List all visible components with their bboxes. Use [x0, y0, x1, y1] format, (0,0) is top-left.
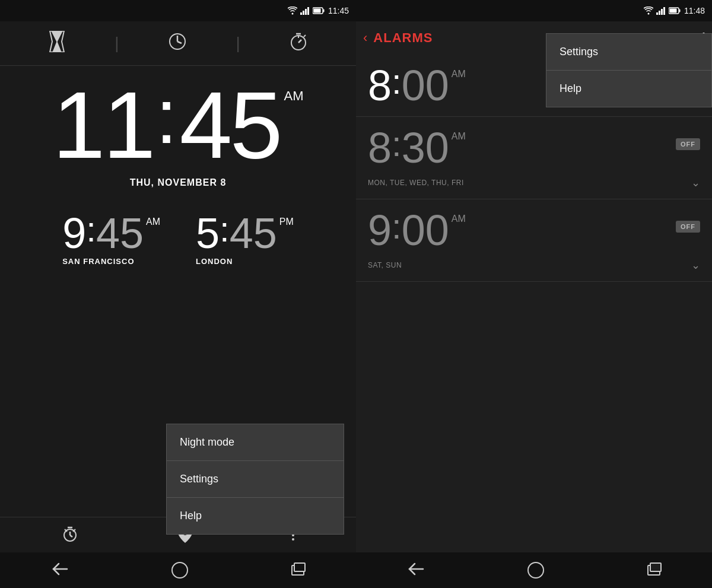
world-time-london: 5 : 45 PM — [196, 212, 294, 255]
battery-icon-left — [313, 7, 325, 14]
menu-item-help-right[interactable]: Help — [546, 71, 711, 107]
status-bar-left: 11:45 — [0, 0, 356, 21]
alarm-item-2[interactable]: 8 : 30 AM OFF MON, TUE, WED, THU, FRI ⌄ — [356, 117, 712, 199]
stopwatch-svg — [290, 32, 307, 51]
expand-arrow-3[interactable]: ⌄ — [691, 259, 700, 272]
world-colon-sf: : — [86, 212, 96, 247]
world-city-london: LONDON — [196, 257, 233, 266]
alarm-min-3: 00 — [402, 209, 449, 252]
world-colon-london: : — [220, 212, 230, 247]
svg-rect-28 — [656, 12, 658, 15]
alarm-days-row-2: MON, TUE, WED, THU, FRI ⌄ — [368, 173, 700, 189]
svg-line-18 — [298, 40, 301, 43]
status-bar-right: 11:48 — [356, 0, 712, 21]
world-clocks: 9 : 45 AM SAN FRANCISCO 5 : 45 PM LONDON — [39, 212, 317, 266]
world-ampm-london: PM — [279, 217, 294, 227]
alarm-colon-1: : — [392, 64, 402, 100]
main-ampm: AM — [284, 88, 304, 104]
svg-rect-31 — [663, 7, 665, 15]
status-time-right: 11:48 — [684, 6, 705, 15]
alarm-toggle-3[interactable]: OFF — [676, 221, 700, 233]
svg-rect-33 — [679, 9, 680, 12]
menu-item-night-mode[interactable]: Night mode — [167, 424, 344, 461]
svg-line-22 — [70, 535, 72, 537]
top-nav-left: | | — [0, 21, 356, 66]
world-hour-sf: 9 — [62, 212, 86, 255]
alarm-days-2: MON, TUE, WED, THU, FRI — [368, 179, 464, 187]
alarm-min-2: 30 — [402, 126, 449, 169]
world-time-sf: 9 : 45 AM — [62, 212, 160, 255]
svg-marker-11 — [53, 43, 61, 52]
nav-bar-left — [0, 552, 356, 588]
menu-item-help-left[interactable]: Help — [167, 498, 344, 534]
alarm-hour-3: 9 — [368, 209, 392, 252]
back-arrow-svg — [52, 562, 68, 576]
alarm-ampm-1: AM — [452, 69, 466, 80]
alarm-days-row-3: SAT, SUN ⌄ — [368, 255, 700, 272]
menu-item-settings-left[interactable]: Settings — [167, 461, 344, 498]
alarm-time-display-2: 8 : 30 AM — [368, 126, 466, 169]
main-time-display: 11 : 45 AM — [52, 78, 303, 173]
right-panel: 11:48 ‹ ALARMS + 8 : 00 AM — [356, 0, 712, 588]
home-nav-btn-right[interactable] — [527, 562, 544, 579]
signal-icon-right — [656, 7, 666, 15]
svg-rect-30 — [661, 9, 663, 15]
back-nav-btn-left[interactable] — [52, 562, 68, 578]
wifi-icon-left — [288, 7, 297, 15]
recents-nav-btn-left[interactable] — [291, 565, 304, 576]
alarm-min-1: 00 — [402, 64, 449, 107]
alarm-hour-2: 8 — [368, 126, 392, 169]
svg-line-19 — [304, 35, 306, 37]
back-arrow-btn[interactable]: ‹ — [363, 30, 367, 46]
svg-marker-10 — [52, 31, 62, 41]
context-menu-left: Night mode Settings Help — [166, 424, 344, 535]
menu-item-settings-right[interactable]: Settings — [546, 34, 711, 71]
alarm-svg — [62, 526, 78, 542]
alarm-item-3[interactable]: 9 : 00 AM OFF SAT, SUN ⌄ — [356, 199, 712, 282]
main-hours: 11 — [52, 78, 153, 173]
world-min-sf: 45 — [96, 212, 144, 255]
world-clock-london: 5 : 45 PM LONDON — [196, 212, 294, 266]
alarm-days-3: SAT, SUN — [368, 261, 402, 269]
main-minutes: 45 — [180, 78, 281, 173]
recents-nav-btn-right[interactable] — [647, 565, 660, 576]
svg-rect-1 — [303, 11, 304, 15]
alarm-time-display-1: 8 : 00 AM — [368, 64, 466, 107]
alarm-time-display-3: 9 : 00 AM — [368, 209, 466, 252]
svg-rect-5 — [323, 9, 324, 12]
wifi-icon-right — [644, 7, 653, 15]
alarm-hour-1: 8 — [368, 64, 392, 107]
stopwatch-nav-icon[interactable] — [290, 32, 307, 55]
world-clock-sf: 9 : 45 AM SAN FRANCISCO — [62, 212, 160, 266]
status-icons-left — [288, 7, 325, 15]
nav-divider-2: | — [236, 34, 240, 53]
nav-divider-1: | — [115, 34, 119, 53]
alarm-ampm-3: AM — [452, 214, 466, 224]
clock-nav-icon[interactable] — [169, 33, 186, 54]
back-arrow-svg-right — [408, 562, 424, 576]
main-date: THU, NOVEMBER 8 — [130, 177, 227, 188]
alarms-list: 8 : 00 AM 8 : 30 AM OFF MON, TUE, WED, T… — [356, 55, 712, 552]
svg-rect-0 — [300, 12, 302, 15]
expand-arrow-2[interactable]: ⌄ — [691, 176, 700, 189]
hourglass-nav-icon[interactable] — [49, 31, 65, 56]
svg-rect-29 — [659, 11, 660, 15]
alarm-time-row-2: 8 : 30 AM OFF — [368, 126, 700, 169]
context-menu-right: Settings Help — [546, 33, 712, 107]
world-ampm-sf: AM — [146, 217, 160, 227]
nav-bar-right — [356, 552, 712, 588]
alarm-colon-3: : — [392, 209, 402, 244]
svg-rect-3 — [307, 7, 309, 15]
home-nav-btn-left[interactable] — [171, 562, 188, 579]
svg-rect-6 — [313, 9, 320, 13]
alarm-time-row-3: 9 : 00 AM OFF — [368, 209, 700, 252]
svg-rect-34 — [669, 9, 676, 13]
hourglass-svg — [49, 31, 65, 52]
main-colon: : — [155, 78, 177, 155]
back-nav-btn-right[interactable] — [408, 562, 424, 578]
world-min-london: 45 — [230, 212, 277, 255]
alarm-toggle-2[interactable]: OFF — [676, 138, 700, 150]
alarm-clock-bottom-icon[interactable] — [62, 526, 78, 545]
svg-rect-2 — [305, 9, 307, 15]
world-hour-london: 5 — [196, 212, 220, 255]
